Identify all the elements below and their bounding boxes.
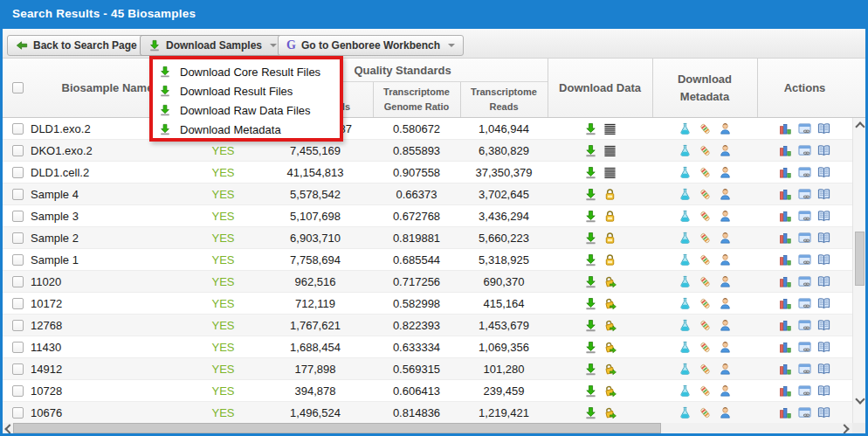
window-link-icon[interactable] (798, 144, 811, 157)
download-icon[interactable] (584, 384, 597, 398)
row-checkbox[interactable] (12, 320, 24, 331)
dna-icon[interactable] (699, 341, 712, 354)
window-link-icon[interactable] (798, 297, 811, 310)
dna-icon[interactable] (699, 210, 712, 223)
row-checkbox[interactable] (12, 407, 24, 419)
back-to-search-button[interactable]: Back to Search Page (7, 35, 146, 56)
person-icon[interactable] (719, 144, 732, 157)
person-icon[interactable] (719, 363, 732, 376)
book-icon[interactable] (817, 363, 830, 376)
flask-icon[interactable] (679, 384, 692, 398)
person-icon[interactable] (719, 232, 732, 245)
book-icon[interactable] (817, 253, 830, 266)
lock-arrow-icon[interactable] (603, 319, 617, 332)
flask-icon[interactable] (679, 232, 692, 245)
window-link-icon[interactable] (798, 341, 811, 354)
horizontal-scrollbar[interactable] (3, 423, 852, 433)
flask-icon[interactable] (679, 166, 692, 179)
scroll-right-arrow-icon[interactable] (839, 424, 849, 433)
person-icon[interactable] (719, 122, 732, 135)
scroll-up-arrow-icon[interactable] (855, 121, 865, 131)
book-icon[interactable] (817, 144, 830, 157)
download-icon[interactable] (584, 363, 597, 376)
dna-icon[interactable] (699, 144, 712, 157)
person-icon[interactable] (719, 275, 732, 288)
flask-icon[interactable] (679, 297, 692, 310)
book-icon[interactable] (817, 384, 830, 398)
download-icon[interactable] (584, 253, 597, 266)
download-icon[interactable] (584, 297, 597, 310)
window-link-icon[interactable] (798, 188, 811, 201)
book-icon[interactable] (817, 406, 830, 419)
barchart-icon[interactable] (779, 319, 792, 332)
download-samples-button[interactable]: Download Samples (140, 35, 286, 56)
person-icon[interactable] (719, 384, 732, 398)
flask-icon[interactable] (679, 319, 692, 332)
flask-icon[interactable] (679, 275, 692, 288)
book-icon[interactable] (817, 232, 830, 245)
book-icon[interactable] (817, 275, 830, 288)
person-icon[interactable] (719, 210, 732, 223)
download-menu-item[interactable]: Download Metadata (153, 120, 340, 139)
row-checkbox[interactable] (12, 298, 24, 309)
download-icon[interactable] (584, 319, 597, 332)
window-link-icon[interactable] (798, 122, 811, 135)
dna-icon[interactable] (699, 253, 712, 266)
barchart-icon[interactable] (779, 341, 792, 354)
book-icon[interactable] (817, 188, 830, 201)
book-icon[interactable] (817, 297, 830, 310)
book-icon[interactable] (817, 166, 830, 179)
barchart-icon[interactable] (779, 144, 792, 157)
download-icon[interactable] (584, 122, 597, 135)
lock-arrow-icon[interactable] (603, 341, 617, 354)
person-icon[interactable] (719, 297, 732, 310)
download-menu-item[interactable]: Download Result Files (153, 81, 340, 100)
row-checkbox[interactable] (12, 342, 24, 353)
download-menu-item[interactable]: Download Core Result Files (153, 62, 340, 81)
flask-icon[interactable] (679, 188, 692, 201)
barchart-icon[interactable] (779, 297, 792, 310)
download-icon[interactable] (584, 210, 597, 223)
dna-icon[interactable] (699, 188, 712, 201)
barchart-icon[interactable] (779, 275, 792, 288)
download-icon[interactable] (584, 341, 597, 354)
barchart-icon[interactable] (779, 406, 792, 419)
lock-arrow-icon[interactable] (603, 297, 617, 310)
barchart-icon[interactable] (779, 253, 792, 266)
window-link-icon[interactable] (798, 406, 811, 419)
dna-icon[interactable] (699, 319, 712, 332)
vertical-scrollbar[interactable] (852, 118, 865, 423)
download-icon[interactable] (584, 232, 597, 245)
person-icon[interactable] (719, 188, 732, 201)
lines-icon[interactable] (603, 144, 617, 157)
lock-arrow-icon[interactable] (603, 406, 617, 419)
barchart-icon[interactable] (779, 210, 792, 223)
window-link-icon[interactable] (798, 253, 811, 266)
window-link-icon[interactable] (798, 166, 811, 179)
barchart-icon[interactable] (779, 232, 792, 245)
dna-icon[interactable] (699, 166, 712, 179)
person-icon[interactable] (719, 341, 732, 354)
window-link-icon[interactable] (798, 384, 811, 398)
person-icon[interactable] (719, 319, 732, 332)
window-link-icon[interactable] (798, 275, 811, 288)
lock-icon[interactable] (603, 188, 617, 201)
flask-icon[interactable] (679, 122, 692, 135)
book-icon[interactable] (817, 319, 830, 332)
lock-arrow-icon[interactable] (603, 363, 617, 376)
download-icon[interactable] (584, 166, 597, 179)
book-icon[interactable] (817, 210, 830, 223)
row-checkbox[interactable] (12, 167, 24, 178)
column-header-actions[interactable]: Actions (757, 59, 852, 117)
person-icon[interactable] (719, 406, 732, 419)
dna-icon[interactable] (699, 363, 712, 376)
row-checkbox[interactable] (12, 254, 24, 266)
row-checkbox[interactable] (12, 276, 24, 287)
lock-arrow-icon[interactable] (603, 384, 617, 398)
barchart-icon[interactable] (779, 122, 792, 135)
barchart-icon[interactable] (779, 384, 792, 398)
lock-icon[interactable] (603, 210, 617, 223)
flask-icon[interactable] (679, 406, 692, 419)
dna-icon[interactable] (699, 297, 712, 310)
book-icon[interactable] (817, 122, 830, 135)
